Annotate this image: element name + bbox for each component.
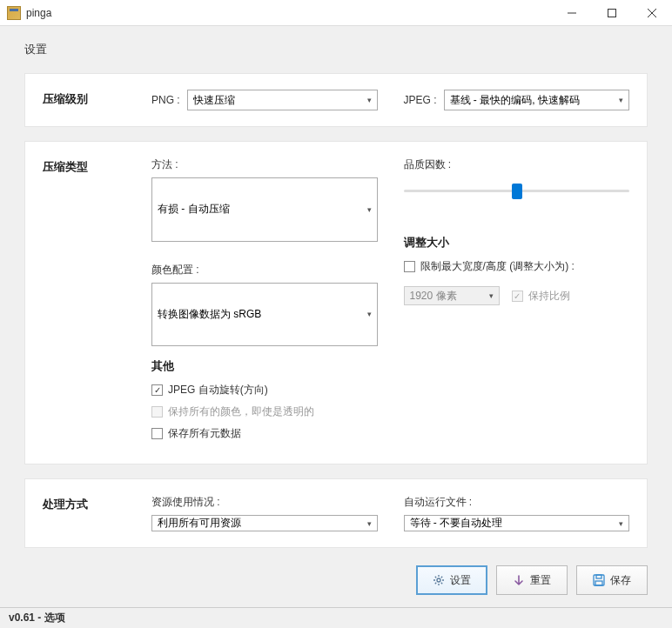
png-select-value: 快速压缩 (193, 93, 367, 108)
keep-colors-checkbox (151, 406, 163, 418)
png-label: PNG : (151, 94, 180, 106)
jpeg-auto-rotate-label: JPEG 自动旋转(方向) (168, 383, 268, 398)
section-title-compression-type: 压缩类型 (43, 157, 151, 448)
svg-rect-1 (608, 9, 616, 17)
chevron-down-icon: ▾ (367, 205, 372, 214)
png-select[interactable]: 快速压缩 ▾ (187, 90, 378, 110)
color-select-value: 转换图像数据为 sRGB (158, 307, 367, 322)
autorun-select[interactable]: 等待 - 不要自动处理 ▾ (404, 515, 630, 531)
settings-button[interactable]: 设置 (416, 565, 487, 595)
svg-rect-7 (595, 581, 602, 585)
method-select[interactable]: 有损 - 自动压缩 ▾ (151, 177, 378, 242)
save-button[interactable]: 保存 (576, 565, 648, 595)
save-icon (593, 574, 605, 586)
jpeg-label: JPEG : (404, 94, 437, 106)
chevron-down-icon: ▾ (619, 96, 623, 104)
autorun-select-value: 等待 - 不要自动处理 (410, 516, 620, 531)
window-controls (552, 0, 672, 26)
footer-buttons: 设置 重置 保存 (0, 557, 672, 607)
panel-processing: 处理方式 资源使用情况 : 利用所有可用资源 ▾ 自动运行文件 : 等待 - 不… (24, 478, 648, 548)
section-title-processing: 处理方式 (43, 495, 151, 531)
minimize-icon (568, 9, 576, 17)
jpeg-select-value: 基线 - 最快的编码, 快速解码 (450, 93, 619, 108)
resize-value-select: 1920 像素 ▾ (404, 286, 500, 305)
settings-heading: 设置 (24, 42, 648, 57)
quality-label: 品质因数 : (404, 157, 630, 172)
color-label: 颜色配置 : (151, 263, 378, 277)
reset-button[interactable]: 重置 (496, 565, 568, 595)
other-title: 其他 (151, 358, 378, 374)
settings-button-label: 设置 (450, 573, 471, 588)
reset-icon (513, 574, 525, 586)
keep-ratio-checkbox: ✓ (512, 291, 523, 302)
resource-select-value: 利用所有可用资源 (158, 516, 367, 531)
chevron-down-icon: ▾ (489, 291, 494, 300)
chevron-down-icon: ▾ (619, 519, 623, 528)
jpeg-auto-rotate-checkbox[interactable]: ✓ (151, 384, 163, 396)
panel-compression-type: 压缩类型 方法 : 有损 - 自动压缩 ▾ 颜色配置 : 转换图像数据为 sRG… (24, 141, 648, 464)
method-select-value: 有损 - 自动压缩 (158, 202, 367, 217)
maximize-button[interactable] (592, 0, 632, 26)
chevron-down-icon: ▾ (367, 96, 372, 104)
window-title: pinga (26, 7, 552, 19)
save-button-label: 保存 (610, 573, 631, 588)
titlebar: pinga (0, 0, 672, 26)
slider-thumb[interactable] (512, 184, 522, 199)
keep-ratio-label: 保持比例 (528, 289, 570, 304)
svg-rect-6 (596, 575, 601, 578)
status-text: v0.61 - 选项 (9, 611, 65, 625)
color-select[interactable]: 转换图像数据为 sRGB ▾ (151, 283, 378, 347)
jpeg-select[interactable]: 基线 - 最快的编码, 快速解码 ▾ (444, 90, 629, 110)
app-icon (7, 6, 21, 20)
chevron-down-icon: ▾ (367, 519, 372, 528)
close-button[interactable] (632, 0, 672, 26)
panel-compression-level: 压缩级别 PNG : 快速压缩 ▾ JPEG : 基线 - 最快的编码, 快速解… (24, 73, 648, 127)
gear-icon (433, 574, 445, 586)
resource-select[interactable]: 利用所有可用资源 ▾ (151, 515, 378, 531)
close-icon (648, 9, 656, 17)
autorun-label: 自动运行文件 : (404, 495, 630, 510)
method-label: 方法 : (151, 157, 378, 172)
resize-limit-label: 限制最大宽度/高度 (调整大小为) : (420, 259, 575, 274)
maximize-icon (608, 9, 616, 17)
minimize-button[interactable] (552, 0, 592, 26)
section-title-compression-level: 压缩级别 (43, 90, 151, 110)
chevron-down-icon: ▾ (367, 310, 372, 318)
resize-title: 调整大小 (404, 235, 630, 251)
quality-slider[interactable] (404, 179, 630, 205)
resource-label: 资源使用情况 : (151, 495, 378, 510)
statusbar: v0.61 - 选项 (0, 607, 672, 628)
svg-point-4 (437, 578, 440, 582)
content-area: 设置 压缩级别 PNG : 快速压缩 ▾ JPEG : 基线 - 最快的编码, … (0, 26, 672, 557)
resize-value: 1920 像素 (410, 289, 489, 304)
reset-button-label: 重置 (530, 573, 551, 588)
keep-colors-label: 保持所有的颜色，即使是透明的 (168, 404, 314, 419)
keep-metadata-checkbox[interactable] (151, 428, 163, 439)
keep-metadata-label: 保存所有元数据 (168, 426, 241, 441)
resize-limit-checkbox[interactable] (404, 261, 415, 272)
